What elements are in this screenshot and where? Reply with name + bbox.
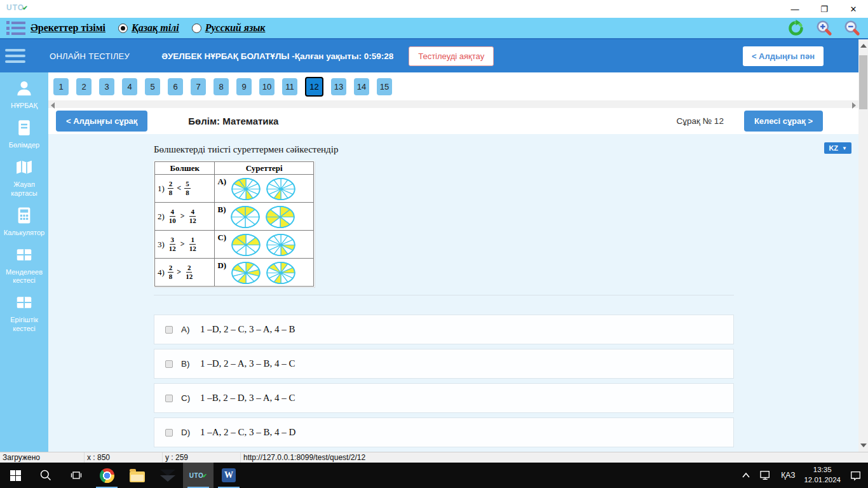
sidebar-item-calculator[interactable]: Калькулятор	[0, 206, 48, 237]
answer-option-a[interactable]: A) 1 –D, 2 – C, 3 – A, 4 – B	[154, 315, 734, 344]
question-number-8[interactable]: 8	[214, 78, 229, 95]
map-icon	[15, 158, 34, 177]
maximize-button[interactable]: ❐	[810, 0, 839, 18]
pie-chart	[231, 177, 261, 201]
scroll-up-arrow[interactable]	[860, 44, 867, 48]
answer-options: A) 1 –D, 2 – C, 3 – A, 4 – B B) 1 –D, 2 …	[154, 315, 734, 447]
taskbar-app-button[interactable]	[153, 463, 183, 488]
russian-language-label[interactable]: Русский язык	[205, 22, 266, 34]
scroll-right-arrow[interactable]	[852, 102, 856, 109]
pie-chart	[266, 177, 296, 201]
answer-checkbox-a[interactable]	[165, 326, 173, 334]
status-bar: Загружено x : 850 y : 259 http://127.0.0…	[0, 452, 868, 463]
finish-test-button[interactable]: Тестілеуді аяқтау	[409, 46, 494, 66]
question-number-15[interactable]: 15	[377, 78, 392, 95]
table-icon	[15, 245, 34, 264]
sidebar-item-mendeleev-table[interactable]: Менделеев кестесі	[0, 245, 48, 285]
taskbar-clock[interactable]: 13:35 12.01.2024	[804, 465, 841, 485]
answer-checkbox-b[interactable]	[165, 360, 173, 368]
russian-language-radio[interactable]	[192, 24, 201, 33]
taskbar: UTO✔ W ҚАЗ 13:35 12.01.2024	[0, 463, 868, 488]
answer-option-c[interactable]: C) 1 –B, 2 – D, 3 – A, 4 – C	[154, 383, 734, 413]
sidebar-item-solubility-table[interactable]: Ерігіштік кестесі	[0, 293, 48, 332]
question-number-14[interactable]: 14	[354, 78, 369, 95]
question-number-12-active[interactable]: 12	[305, 77, 323, 97]
question-number-9[interactable]: 9	[236, 78, 252, 95]
pie-chart	[230, 205, 261, 229]
taskbar-search-button[interactable]	[31, 463, 61, 488]
vertical-scrollbar[interactable]	[858, 39, 868, 452]
answer-checkbox-c[interactable]	[165, 395, 173, 402]
start-button[interactable]	[0, 463, 31, 488]
main-area: 1 2 3 4 5 6 7 8 9 10 11 12 13 14 15 < Ал…	[48, 72, 858, 452]
question-number-4[interactable]: 4	[122, 78, 137, 95]
task-view-icon	[70, 469, 83, 482]
status-y-coordinate: y : 259	[163, 452, 241, 463]
window-titlebar: UTO✔ — ❐ ✕	[0, 0, 868, 18]
question-number-7[interactable]: 7	[191, 78, 206, 95]
answer-checkbox-d[interactable]	[165, 429, 173, 437]
sidebar-item-user[interactable]: НҰРБАҚ	[0, 79, 48, 110]
notification-icon[interactable]	[850, 470, 862, 481]
scroll-down-arrow[interactable]	[860, 444, 867, 447]
question-content: KZ▼ Бөлшектерді тиісті суреттермен сәйке…	[48, 134, 858, 452]
zoom-in-icon[interactable]	[816, 20, 832, 36]
sidebar-item-sections[interactable]: Бөлімдер	[0, 118, 48, 149]
question-number-2[interactable]: 2	[76, 78, 92, 95]
question-language-dropdown[interactable]: KZ▼	[824, 142, 851, 154]
file-explorer-icon	[130, 471, 145, 482]
pie-chart	[231, 233, 261, 257]
network-icon[interactable]	[759, 470, 772, 480]
question-toolbar: < Алдыңғы сұрақ Бөлім: Математика Сұрақ …	[48, 108, 858, 134]
app-title: ОНЛАЙН ТЕСТІЛЕУ	[50, 51, 130, 61]
chevron-down-icon: ▼	[842, 146, 847, 151]
next-question-button[interactable]: Келесі сұрақ >	[744, 111, 823, 132]
taskbar-uto-button-active[interactable]: UTO✔	[183, 463, 214, 488]
table-row: 4) 28 > 212 D)	[155, 259, 314, 287]
show-hidden-icons-chevron[interactable]	[742, 472, 750, 478]
zoom-out-icon[interactable]	[844, 20, 860, 36]
actions-list-link[interactable]: Әрекеттер тізімі	[31, 22, 105, 34]
kazakh-language-radio[interactable]	[118, 24, 128, 33]
table-header-pictures: Суреттері	[215, 162, 314, 175]
question-number-5[interactable]: 5	[145, 78, 160, 95]
status-url: http://127.0.0.1:8099/test/quest/2/12	[241, 452, 868, 463]
table-header-fraction: Болшек	[155, 162, 215, 175]
actions-list-icon[interactable]	[6, 21, 25, 35]
question-number-10[interactable]: 10	[259, 78, 275, 95]
refresh-icon[interactable]	[787, 20, 804, 37]
sidebar-item-answer-card[interactable]: Жауап картасы	[0, 158, 48, 197]
scroll-left-arrow[interactable]	[51, 102, 55, 109]
table-row: 1) 28 < 58 A)	[155, 175, 314, 203]
language-indicator[interactable]: ҚАЗ	[781, 471, 795, 480]
windows-icon	[10, 470, 21, 481]
word-icon: W	[222, 468, 236, 482]
chrome-icon	[100, 468, 114, 483]
question-number-3[interactable]: 3	[99, 78, 114, 95]
scrollbar-thumb[interactable]	[859, 55, 867, 109]
question-number-6[interactable]: 6	[168, 78, 183, 95]
user-icon	[15, 79, 34, 98]
menu-bar: Әрекеттер тізімі Қазақ тілі Русский язык	[0, 18, 868, 39]
task-view-button[interactable]	[61, 463, 92, 488]
previous-subject-button[interactable]: < Алдыңғы пән	[743, 46, 824, 66]
question-number-1[interactable]: 1	[53, 78, 69, 95]
logo-check-icon: ✔	[22, 4, 28, 11]
taskbar-chrome-button[interactable]	[92, 463, 122, 488]
kazakh-language-label[interactable]: Қазақ тілі	[132, 22, 179, 34]
close-button[interactable]: ✕	[839, 0, 868, 18]
taskbar-word-button[interactable]: W	[214, 463, 244, 488]
pie-chart	[231, 261, 261, 285]
pie-chart	[266, 233, 296, 257]
horizontal-scrollbar[interactable]	[48, 100, 858, 108]
status-x-coordinate: x : 850	[85, 452, 163, 463]
hamburger-menu-icon[interactable]	[5, 49, 25, 63]
minimize-button[interactable]: —	[780, 0, 810, 18]
answer-option-d[interactable]: D) 1 –A, 2 – C, 3 – B, 4 – D	[154, 417, 734, 447]
answer-option-b[interactable]: B) 1 –D, 2 – A, 3 – B, 4 – C	[154, 349, 734, 379]
previous-question-button[interactable]: < Алдыңғы сұрақ	[56, 111, 147, 132]
question-number-13[interactable]: 13	[331, 78, 346, 95]
book-icon	[15, 118, 34, 137]
question-number-11[interactable]: 11	[282, 78, 297, 95]
taskbar-explorer-button[interactable]	[122, 463, 153, 488]
